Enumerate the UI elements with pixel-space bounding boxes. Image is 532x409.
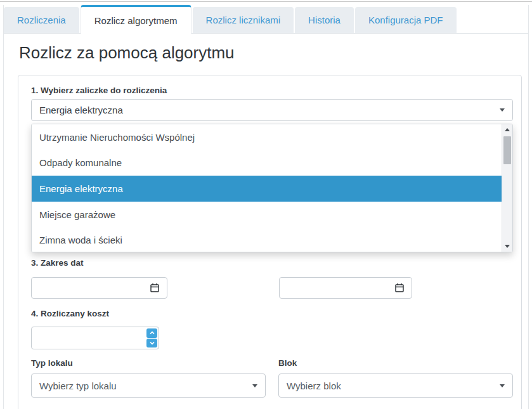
chevron-down-icon	[252, 384, 257, 387]
cost-label: 4. Rozliczany koszt	[31, 309, 109, 318]
date-start-input[interactable]	[31, 277, 167, 299]
scrollbar-thumb[interactable]	[503, 136, 511, 164]
advance-select[interactable]: Energia elektryczna	[31, 99, 513, 121]
cost-input[interactable]	[31, 327, 159, 349]
chevron-down-icon	[500, 384, 505, 387]
date-start-field[interactable]	[38, 278, 149, 298]
triangle-up-icon	[505, 128, 510, 131]
date-range-label: 3. Zakres dat	[31, 258, 84, 268]
calendar-icon[interactable]	[149, 282, 160, 294]
spinner-down-icon[interactable]	[146, 339, 157, 348]
dropdown-option-selected[interactable]: Energia elektryczna	[32, 176, 502, 202]
block-label: Blok	[278, 358, 297, 368]
triangle-down-icon	[505, 245, 510, 248]
local-type-select[interactable]: Wybierz typ lokalu	[31, 373, 266, 398]
tab-rozliczenia[interactable]: Rozliczenia	[4, 7, 79, 33]
page-border-right	[528, 5, 529, 409]
dropdown-option[interactable]: Utrzymanie Nieruchomości Wspólnej	[32, 124, 502, 150]
calendar-icon[interactable]	[394, 282, 405, 294]
local-type-placeholder: Wybierz typ lokalu	[39, 380, 117, 391]
tab-rozlicz-licznikami[interactable]: Rozlicz licznikami	[193, 7, 294, 33]
dropdown-option[interactable]: Zimna woda i ścieki	[32, 227, 502, 252]
advance-select-label: 1. Wybierz zaliczke do rozliczenia	[31, 86, 167, 95]
date-end-input[interactable]	[279, 277, 412, 299]
dropdown-option[interactable]: Miejsce garażowe	[32, 202, 502, 228]
tab-bar: Rozliczenia Rozlicz algorytmem Rozlicz l…	[4, 5, 528, 34]
advance-select-dropdown: Utrzymanie Nieruchomości Wspólnej Odpady…	[31, 124, 513, 252]
tab-konfiguracja-pdf[interactable]: Konfiguracja PDF	[355, 7, 457, 33]
tab-historia[interactable]: Historia	[295, 7, 354, 33]
page: Rozliczenia Rozlicz algorytmem Rozlicz l…	[0, 0, 532, 409]
block-placeholder: Wybierz blok	[287, 380, 341, 391]
dropdown-option[interactable]: Odpady komunalne	[32, 150, 502, 176]
scrollbar-up-icon[interactable]	[502, 124, 512, 135]
cost-field[interactable]	[38, 327, 145, 349]
date-end-field[interactable]	[286, 278, 394, 298]
chevron-down-icon	[500, 108, 505, 112]
local-type-label: Typ lokalu	[31, 358, 73, 368]
scrollbar-down-icon[interactable]	[502, 241, 512, 252]
top-divider	[0, 1, 532, 2]
advance-select-value: Energia elektryczna	[39, 105, 123, 115]
block-select[interactable]: Wybierz blok	[278, 373, 513, 398]
number-spinner	[146, 328, 157, 347]
tab-rozlicz-algorytmem[interactable]: Rozlicz algorytmem	[81, 5, 191, 34]
page-title: Rozlicz za pomocą algorytmu	[19, 43, 235, 63]
spinner-up-icon[interactable]	[146, 328, 157, 338]
form-panel: 1. Wybierz zaliczke do rozliczenia Energ…	[18, 75, 522, 409]
page-border-left	[3, 5, 4, 409]
dropdown-scrollbar[interactable]	[502, 124, 512, 252]
